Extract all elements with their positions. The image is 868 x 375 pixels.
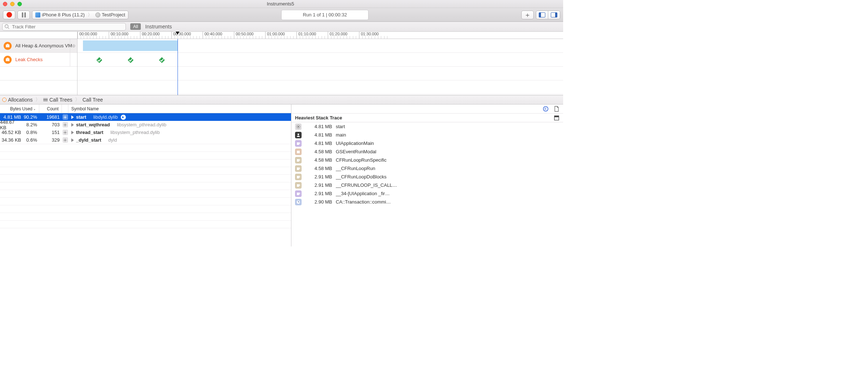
frame-kind-icon (295, 149, 302, 155)
filter-instruments-label[interactable]: Instruments (145, 24, 172, 29)
cell-bytes: 46.52 KB (0, 130, 23, 135)
svg-line-38 (297, 127, 298, 128)
stack-row[interactable]: 4.81 MBmain (291, 131, 563, 139)
row-actions[interactable] (62, 114, 68, 120)
header-bytes[interactable]: Bytes Used⌄ (0, 104, 39, 113)
timeline-ruler[interactable]: 00:00.00000:10.00000:20.00000:30.00000:4… (0, 32, 563, 39)
run-status-text: Run 1 of 1 | 00:00:32 (303, 12, 347, 17)
allocations-icon (2, 98, 7, 102)
row-actions[interactable] (62, 137, 68, 143)
track-lane[interactable] (77, 39, 563, 53)
toggle-bottom-panel-button[interactable] (536, 11, 548, 19)
add-instrument-button[interactable]: ＋ (521, 11, 534, 19)
target-selector[interactable]: iPhone 8 Plus (11.2) 〉 TestProject (32, 11, 128, 19)
breadcrumb-item[interactable]: Call Trees (49, 97, 72, 103)
sort-descending-icon: ⌄ (33, 107, 36, 111)
frame-kind-icon (295, 123, 302, 130)
svg-point-7 (64, 117, 66, 118)
leak-check-ok-icon (127, 57, 134, 63)
run-status-pill[interactable]: Run 1 of 1 | 00:00:32 (281, 10, 369, 20)
pause-button[interactable] (17, 11, 30, 19)
table-row[interactable]: 448.67 KB8.2%703start_wqthread libsystem… (0, 121, 291, 129)
svg-rect-41 (297, 142, 299, 145)
cell-bytes: 448.67 KB (0, 119, 23, 130)
expand-icon[interactable] (554, 115, 560, 121)
svg-rect-43 (297, 150, 300, 151)
gear-icon (63, 122, 68, 127)
stack-row[interactable]: 2.90 MBCA::Transaction::commi… (291, 198, 563, 206)
header-symbol[interactable]: Symbol Name (68, 104, 291, 113)
cell-symbol: thread_start libsystem_pthread.dylib (68, 130, 291, 135)
frame-kind-icon (295, 140, 302, 147)
disclosure-triangle-icon[interactable] (71, 131, 74, 134)
track-add-icon[interactable]: ⊕ (70, 39, 77, 52)
table-row[interactable]: 4.81 MB90.2%19681start libdyld.dylib (0, 113, 291, 121)
stack-row[interactable]: 2.91 MB__34-[UIApplication _fir… (291, 189, 563, 198)
ruler-tick-label: 00:50.000 (236, 32, 254, 36)
ruler-tick-label: 00:40.000 (204, 32, 222, 36)
ruler-tick-label: 00:20.000 (142, 32, 160, 36)
titlebar: Instruments5 (0, 0, 563, 8)
record-button[interactable] (3, 11, 15, 19)
minimize-window-button[interactable] (10, 2, 15, 6)
filter-all-pill[interactable]: All (130, 23, 141, 30)
row-actions[interactable] (62, 122, 68, 127)
track-filter-input[interactable] (2, 23, 126, 31)
track-leaks[interactable]: Leak Checks (0, 53, 77, 67)
svg-marker-6 (159, 57, 165, 63)
close-window-button[interactable] (3, 2, 7, 6)
chevron-right-icon: 〉 (35, 96, 40, 103)
frame-kind-icon (295, 190, 302, 197)
track-lane[interactable] (77, 53, 563, 67)
breadcrumb-item[interactable]: Allocations (8, 97, 33, 103)
svg-text:E: E (545, 107, 547, 111)
allocation-graph (83, 40, 178, 51)
svg-point-0 (5, 24, 8, 28)
call-trees-icon (43, 97, 48, 102)
detail-breadcrumb: Allocations 〉 Call Trees 〉 Call Tree (0, 95, 563, 104)
disclosure-triangle-icon[interactable] (71, 138, 74, 142)
cell-percent: 0.6% (23, 137, 39, 143)
playhead-marker[interactable] (176, 32, 179, 35)
row-actions[interactable] (62, 130, 68, 135)
track-allocations[interactable]: All Heap & Anonymous VM⊕ (0, 39, 77, 53)
track-label: All Heap & Anonymous VM (15, 43, 72, 48)
stack-size: 2.91 MB (305, 191, 332, 196)
svg-line-37 (299, 127, 300, 128)
stack-row[interactable]: 4.81 MBstart (291, 122, 563, 131)
disclosure-triangle-icon[interactable] (71, 115, 74, 119)
breadcrumb-item[interactable]: Call Tree (83, 97, 103, 103)
track-label: Leak Checks (15, 57, 43, 62)
extended-detail-icon[interactable]: E (543, 106, 549, 112)
svg-rect-45 (297, 167, 299, 170)
document-icon[interactable] (554, 106, 560, 112)
ruler-tick-label: 01:00.000 (267, 32, 285, 36)
stack-row[interactable]: 4.81 MBUIApplicationMain (291, 139, 563, 147)
ruler-tick-label: 00:10.000 (111, 32, 128, 36)
focus-icon[interactable] (121, 115, 126, 120)
track-icon (4, 42, 12, 50)
tracks: All Heap & Anonymous VM⊕Leak Checks (0, 39, 563, 95)
heaviest-stack-title: Heaviest Stack Trace (295, 115, 342, 121)
svg-line-39 (299, 125, 300, 126)
pause-icon (22, 12, 26, 17)
stack-row[interactable]: 2.91 MB__CFRunLoopDoBlocks (291, 173, 563, 181)
toggle-right-panel-button[interactable] (548, 11, 560, 19)
svg-rect-3 (6, 59, 9, 61)
track-filter (2, 23, 126, 31)
window-controls (3, 2, 22, 6)
header-count[interactable]: Count (39, 104, 62, 113)
frame-kind-icon (295, 165, 302, 172)
stack-row[interactable]: 4.58 MBGSEventRunModal (291, 147, 563, 156)
disclosure-triangle-icon[interactable] (71, 123, 74, 127)
cell-symbol: start libdyld.dylib (68, 114, 291, 120)
zoom-window-button[interactable] (17, 2, 22, 6)
frame-kind-icon (295, 199, 302, 205)
stack-row[interactable]: 4.58 MB__CFRunLoopRun (291, 164, 563, 173)
chevron-right-icon: 〉 (88, 12, 92, 18)
stack-row[interactable]: 2.91 MB__CFRUNLOOP_IS_CALL… (291, 181, 563, 189)
track-add-icon[interactable] (70, 53, 77, 66)
table-row[interactable]: 34.36 KB0.6%329_dyld_start dyld (0, 136, 291, 144)
table-row[interactable]: 46.52 KB0.8%151thread_start libsystem_pt… (0, 129, 291, 136)
stack-row[interactable]: 4.58 MBCFRunLoopRunSpecific (291, 156, 563, 164)
